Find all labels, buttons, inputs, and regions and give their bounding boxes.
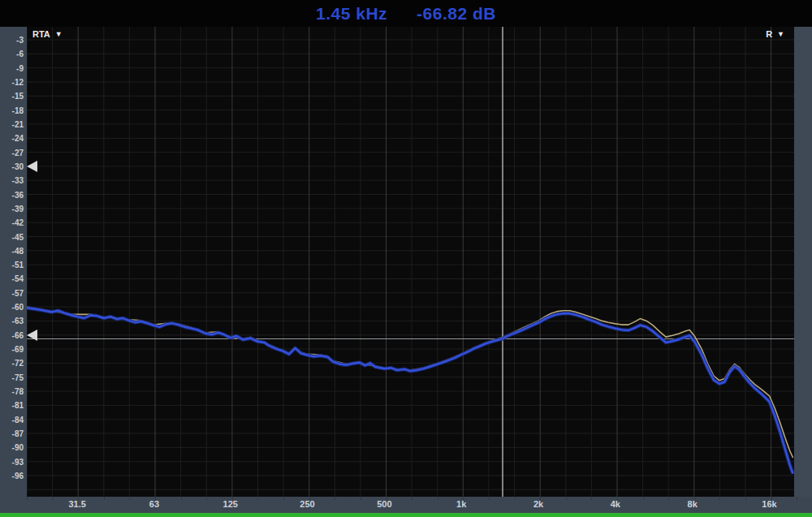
channel-select-dropdown[interactable]: R ▼	[762, 28, 788, 41]
db-axis-label: -39	[0, 205, 24, 213]
frequency-tick-mark	[694, 497, 695, 500]
chevron-down-icon: ▼	[777, 30, 784, 38]
signal-level-meter	[0, 513, 812, 517]
frequency-axis-label: 4k	[611, 499, 620, 509]
db-axis-label: -87	[0, 429, 24, 438]
frequency-tick-mark	[771, 497, 772, 500]
db-axis-label: -21	[0, 120, 24, 129]
db-axis-label: -9	[0, 64, 24, 73]
cursor-readout-bar: 1.45 kHz -66.82 dB	[0, 0, 812, 27]
db-axis-label: -42	[0, 218, 24, 227]
db-axis-label: -69	[0, 345, 24, 354]
frequency-axis-label: 31.5	[68, 499, 85, 509]
db-axis-label: -30	[0, 162, 24, 171]
frequency-tick-mark	[745, 497, 746, 500]
rta-mode-dropdown[interactable]: RTA ▼	[29, 28, 66, 41]
channel-label: R	[766, 29, 772, 39]
db-axis-label: -45	[0, 233, 24, 242]
rta-mode-label: RTA	[32, 29, 50, 39]
db-axis-label: -63	[0, 317, 24, 325]
db-axis-label: -90	[0, 443, 24, 452]
frequency-tick-mark	[129, 497, 130, 500]
frequency-axis-label: 2k	[533, 499, 543, 509]
db-axis-label: -66	[0, 331, 24, 340]
frequency-axis-label: 500	[377, 499, 391, 509]
level-marker-triangle[interactable]	[27, 330, 37, 341]
frequency-tick-mark	[719, 497, 720, 500]
frequency-tick-mark	[591, 497, 592, 500]
frequency-tick-mark	[104, 497, 105, 500]
frequency-tick-mark	[283, 497, 284, 500]
frequency-tick-mark	[361, 497, 361, 500]
frequency-tick-mark	[232, 497, 233, 500]
chevron-down-icon: ▼	[55, 30, 63, 38]
db-axis-label: -51	[0, 261, 24, 269]
frequency-tick-mark	[643, 497, 644, 500]
spectrum-plot-canvas	[27, 27, 794, 497]
frequency-axis-label: 125	[223, 499, 238, 509]
db-axis-label: -3	[0, 36, 24, 45]
db-axis-label: -75	[0, 373, 24, 382]
db-axis-label: -36	[0, 191, 24, 200]
db-axis-label: -33	[0, 176, 24, 185]
frequency-axis-label: 16k	[762, 499, 776, 509]
db-axis-label: -72	[0, 359, 24, 368]
db-axis-label: -81	[0, 401, 24, 410]
frequency-tick-mark	[668, 497, 669, 500]
frequency-tick-mark	[78, 497, 79, 500]
level-readout: -66.82 dB	[417, 4, 496, 24]
db-axis-label: -18	[0, 106, 24, 115]
frequency-tick-mark	[387, 497, 387, 500]
frequency-tick-mark	[463, 497, 464, 500]
vertical-scrollbar[interactable]	[794, 27, 812, 497]
frequency-tick-mark	[53, 497, 54, 500]
frequency-tick-mark	[309, 497, 310, 500]
frequency-tick-mark	[438, 497, 438, 500]
frequency-tick-mark	[155, 497, 156, 500]
db-axis-label: -93	[0, 458, 24, 467]
frequency-tick-mark	[489, 497, 490, 500]
frequency-axis-label: 8k	[688, 499, 698, 509]
db-axis-label: -84	[0, 416, 24, 424]
db-axis-label: -24	[0, 134, 24, 143]
db-axis-label: -12	[0, 78, 24, 87]
frequency-axis-label: 1k	[456, 499, 466, 509]
db-axis-label: -27	[0, 149, 24, 157]
frequency-tick-mark	[515, 497, 516, 500]
frequency-tick-mark	[566, 497, 567, 500]
spectrum-plot-area[interactable]: RTA ▼ R ▼	[27, 27, 794, 497]
db-axis-label: -60	[0, 303, 24, 312]
db-axis-label: -6	[0, 50, 24, 58]
db-axis-gutter: -3-6-9-12-15-18-21-24-27-30-33-36-39-42-…	[0, 27, 27, 497]
db-axis-label: -54	[0, 274, 24, 283]
db-axis-label: -48	[0, 247, 24, 256]
db-axis-label: -57	[0, 289, 24, 298]
db-axis-label: -96	[0, 472, 24, 480]
db-axis-label: -78	[0, 387, 24, 396]
frequency-axis-label: 63	[149, 499, 159, 509]
frequency-axis-label: 250	[300, 499, 314, 509]
frequency-tick-mark	[540, 497, 541, 500]
frequency-tick-mark	[27, 497, 28, 500]
frequency-tick-mark	[797, 497, 797, 500]
level-marker-triangle[interactable]	[27, 161, 37, 172]
db-axis-label: -15	[0, 92, 24, 101]
frequency-tick-mark	[181, 497, 182, 500]
rta-analyzer-window: 1.45 kHz -66.82 dB -3-6-9-12-15-18-21-24…	[0, 0, 812, 517]
frequency-tick-mark	[617, 497, 618, 500]
frequency-tick-mark	[412, 497, 412, 500]
frequency-readout: 1.45 kHz	[316, 4, 387, 24]
frequency-axis-gutter: 31.5631252505001k2k4k8k16k	[0, 497, 812, 513]
frequency-tick-mark	[335, 497, 335, 500]
frequency-tick-mark	[257, 497, 258, 500]
frequency-tick-mark	[206, 497, 207, 500]
